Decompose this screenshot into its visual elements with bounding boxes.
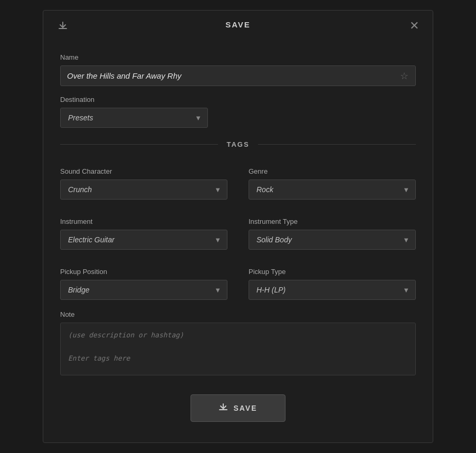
- instrument-select-wrapper: Electric Guitar Acoustic Guitar Bass Key…: [60, 230, 227, 250]
- name-label: Name: [60, 53, 416, 61]
- svg-rect-1: [62, 22, 63, 27]
- instrument-label: Instrument: [60, 218, 227, 225]
- save-label: SAVE: [233, 404, 257, 412]
- modal-title: SAVE: [225, 20, 251, 29]
- sound-character-label: Sound Character: [60, 167, 227, 175]
- sound-character-select[interactable]: Crunch Clean Drive Fuzz Warm: [60, 180, 227, 200]
- modal-header: SAVE ✕: [43, 11, 433, 39]
- tags-line-left: [60, 144, 218, 145]
- pickup-type-select[interactable]: H-H (LP) S-S-S H-S-H H-S-S P90: [249, 280, 416, 300]
- pickup-position-field: Pickup Position Bridge Neck Middle Bridg…: [60, 258, 227, 300]
- instrument-select[interactable]: Electric Guitar Acoustic Guitar Bass Key…: [60, 230, 227, 250]
- note-section: Note (use description or hashtag) Enter …: [60, 310, 416, 378]
- instrument-type-label: Instrument Type: [249, 218, 416, 225]
- save-button[interactable]: SAVE: [191, 394, 285, 422]
- favorite-button[interactable]: ☆: [398, 68, 411, 84]
- close-button[interactable]: ✕: [405, 18, 423, 34]
- instrument-type-select-wrapper: Solid Body Semi-Hollow Hollow Body Archt…: [249, 230, 416, 250]
- genre-select-wrapper: Rock Blues Jazz Metal Pop Country ▼: [249, 180, 416, 200]
- pickup-type-select-wrapper: H-H (LP) S-S-S H-S-H H-S-S P90 ▼: [249, 280, 416, 300]
- save-icon: [218, 402, 228, 414]
- svg-rect-0: [59, 28, 67, 29]
- svg-rect-3: [223, 403, 224, 408]
- svg-rect-2: [219, 409, 227, 410]
- note-label: Note: [60, 310, 416, 318]
- destination-select[interactable]: Presets User Presets Factory Presets: [60, 108, 208, 128]
- instrument-field: Instrument Electric Guitar Acoustic Guit…: [60, 208, 227, 250]
- destination-select-wrapper: Presets User Presets Factory Presets ▼: [60, 108, 208, 128]
- genre-select[interactable]: Rock Blues Jazz Metal Pop Country: [249, 180, 416, 200]
- tags-line-right: [258, 144, 416, 145]
- pickup-type-field: Pickup Type H-H (LP) S-S-S H-S-H H-S-S P…: [249, 258, 416, 300]
- tags-section: TAGS Sound Character Crunch Clean Drive …: [60, 140, 416, 378]
- star-icon: ☆: [400, 71, 408, 81]
- genre-label: Genre: [249, 167, 416, 175]
- name-input-wrapper: ☆: [60, 65, 416, 86]
- save-btn-wrapper: SAVE: [60, 394, 416, 422]
- name-input[interactable]: [60, 65, 416, 86]
- pickup-type-label: Pickup Type: [249, 268, 416, 276]
- genre-field: Genre Rock Blues Jazz Metal Pop Country …: [249, 158, 416, 200]
- pickup-position-select-wrapper: Bridge Neck Middle Bridge+Middle Neck+Mi…: [60, 280, 227, 300]
- note-textarea[interactable]: (use description or hashtag) Enter tags …: [60, 323, 416, 375]
- destination-label: Destination: [60, 96, 416, 103]
- instrument-type-select[interactable]: Solid Body Semi-Hollow Hollow Body Archt…: [249, 230, 416, 250]
- tags-divider: TAGS: [60, 140, 416, 148]
- export-button[interactable]: [53, 18, 73, 36]
- tags-grid: Sound Character Crunch Clean Drive Fuzz …: [60, 158, 416, 300]
- instrument-type-field: Instrument Type Solid Body Semi-Hollow H…: [249, 208, 416, 250]
- sound-character-field: Sound Character Crunch Clean Drive Fuzz …: [60, 158, 227, 200]
- sound-character-select-wrapper: Crunch Clean Drive Fuzz Warm ▼: [60, 180, 227, 200]
- save-modal: SAVE ✕ Name ☆ Destination Presets User P…: [43, 10, 433, 443]
- tags-label: TAGS: [226, 140, 249, 148]
- pickup-position-label: Pickup Position: [60, 268, 227, 276]
- modal-body: Name ☆ Destination Presets User Presets …: [43, 39, 433, 438]
- pickup-position-select[interactable]: Bridge Neck Middle Bridge+Middle Neck+Mi…: [60, 280, 227, 300]
